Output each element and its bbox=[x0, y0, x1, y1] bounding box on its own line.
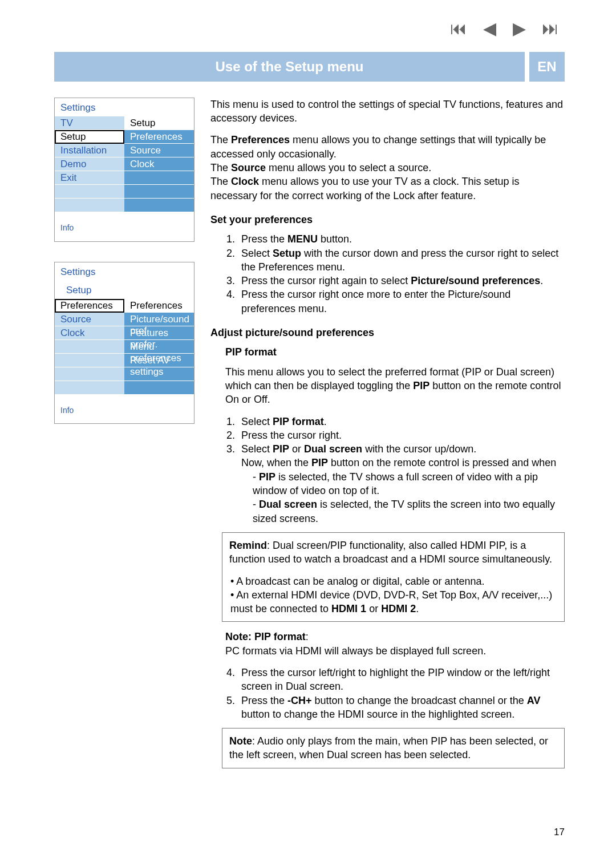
next-page-icon[interactable]: ▶ bbox=[513, 17, 532, 41]
menu1-right-empty bbox=[124, 185, 194, 199]
note-pip-format: Note: PIP format: PC formats via HDMI wi… bbox=[225, 630, 565, 658]
pip-step-3: Select PIP or Dual screen with the curso… bbox=[238, 442, 565, 525]
pip-step-2: Press the cursor right. bbox=[238, 428, 565, 442]
adjust-heading: Adjust picture/sound preferences bbox=[210, 326, 565, 339]
menu1-empty bbox=[55, 185, 124, 199]
first-page-icon[interactable]: ⏮ bbox=[450, 17, 473, 41]
menu2-empty bbox=[55, 340, 124, 354]
language-badge: EN bbox=[529, 52, 565, 82]
menu2-item-source: Source bbox=[55, 313, 124, 326]
pip-sub-2: Dual screen is selected, the TV splits t… bbox=[249, 497, 565, 525]
pip-format-heading: PIP format bbox=[225, 345, 565, 359]
menu1-item-installation: Installation bbox=[55, 144, 124, 157]
step-1: Press the MENU button. bbox=[238, 232, 565, 246]
menu2-item-clock: Clock bbox=[55, 326, 124, 340]
menu2-right-menuprefs: Menu preferences bbox=[124, 340, 194, 354]
intro-paragraph: This menu is used to control the setting… bbox=[210, 98, 565, 126]
menu2-info: Info bbox=[55, 395, 194, 424]
step-4: Press the cursor right once more to ente… bbox=[238, 288, 565, 315]
remind-box: Remind: Dual screen/PIP functionality, a… bbox=[222, 532, 565, 622]
menu1-right-preferences: Preferences bbox=[124, 130, 194, 144]
menu2-right-empty bbox=[124, 381, 194, 395]
menu1-item-setup: Setup bbox=[55, 130, 124, 144]
menu1-right-source: Source bbox=[124, 144, 194, 157]
pip-step-1: Select PIP format. bbox=[238, 415, 565, 428]
remind-bullet-2: • An external HDMI device (DVD, DVD-R, S… bbox=[230, 588, 557, 616]
menu1-right-clock: Clock bbox=[124, 157, 194, 171]
menu1-item-tv: TV bbox=[55, 116, 124, 130]
menu1-info: Info bbox=[55, 212, 194, 241]
pip-step-4: Press the cursor left/right to highlight… bbox=[238, 666, 565, 694]
menu1-right-empty bbox=[124, 199, 194, 212]
pip-sub-1: PIP is selected, the TV shows a full scr… bbox=[249, 470, 565, 498]
page-number: 17 bbox=[554, 826, 565, 839]
prev-page-icon[interactable]: ◀ bbox=[483, 17, 502, 41]
menu1-item-demo: Demo bbox=[55, 157, 124, 171]
pip-steps-cont: Press the cursor left/right to highlight… bbox=[210, 666, 565, 721]
last-page-icon[interactable]: ⏭ bbox=[542, 17, 565, 41]
pdf-nav-controls: ⏮ ◀ ▶ ⏭ bbox=[54, 11, 565, 52]
menu2-empty bbox=[55, 381, 124, 395]
page-title: Use of the Setup menu bbox=[54, 52, 525, 82]
menu1-right-head: Setup bbox=[124, 116, 194, 130]
prefs-paragraph: The Preferences menu allows you to chang… bbox=[210, 133, 565, 202]
settings-menu-1: Settings TV Setup Installation Demo Exit… bbox=[54, 98, 194, 242]
note-audio: Note: Audio only plays from the main, wh… bbox=[222, 728, 565, 768]
menu2-empty bbox=[55, 354, 124, 367]
menu2-right-features: Features prefer. bbox=[124, 326, 194, 340]
set-prefs-steps: Press the MENU button. Select Setup with… bbox=[210, 232, 565, 315]
remind-bullet-1: • A broadcast can be analog or digital, … bbox=[230, 574, 557, 588]
menu2-right-reset: Reset AV settings bbox=[124, 354, 194, 367]
menu2-empty bbox=[55, 367, 124, 381]
menu2-subheader: Setup bbox=[55, 281, 194, 299]
menu2-header: Settings bbox=[55, 262, 194, 281]
menu1-header: Settings bbox=[55, 98, 194, 116]
pip-steps: Select PIP format. Press the cursor righ… bbox=[210, 415, 565, 525]
settings-menu-2: Settings Setup Preferences Source Clock … bbox=[54, 262, 194, 424]
menu2-right-head: Preferences bbox=[124, 299, 194, 313]
menu1-item-exit: Exit bbox=[55, 171, 124, 185]
menu1-empty bbox=[55, 199, 124, 212]
pip-step-5: Press the -CH+ button to change the broa… bbox=[238, 694, 565, 722]
step-2: Select Setup with the cursor down and pr… bbox=[238, 246, 565, 274]
step-3: Press the cursor right again to select P… bbox=[238, 274, 565, 288]
menu2-right-picsound: Picture/sound pref. bbox=[124, 313, 194, 326]
menu1-right-empty bbox=[124, 171, 194, 185]
pip-intro: This menu allows you to select the prefe… bbox=[225, 365, 565, 407]
menu2-item-preferences: Preferences bbox=[55, 299, 124, 313]
set-preferences-heading: Set your preferences bbox=[210, 213, 565, 226]
